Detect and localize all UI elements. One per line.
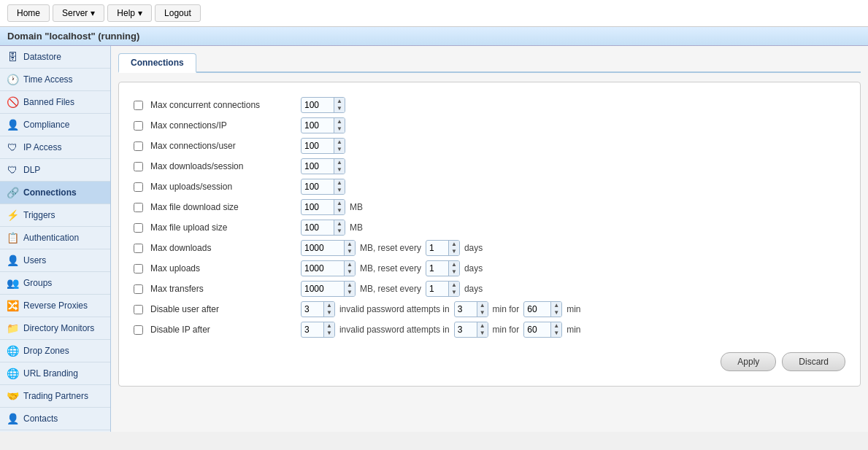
spin-down-min-ip[interactable]: ▼ — [551, 330, 561, 337]
sidebar-item-contacts[interactable]: 👤 Contacts — [0, 408, 110, 430]
spin-down-attempts-ip[interactable]: ▼ — [477, 330, 488, 337]
checkbox-max-downloads[interactable] — [134, 244, 143, 253]
spin-up-disable-user-after[interactable]: ▲ — [324, 302, 334, 309]
input-max-concurrent[interactable] — [302, 98, 334, 112]
spin-down-min-user[interactable]: ▼ — [551, 309, 561, 317]
spinner-max-downloads-session[interactable]: ▲ ▼ — [301, 158, 345, 174]
spin-down-disable-user-after[interactable]: ▼ — [324, 309, 334, 317]
home-button[interactable]: Home — [7, 4, 50, 22]
input-max-downloads[interactable] — [302, 241, 344, 255]
input-max-downloads-session[interactable] — [302, 160, 334, 173]
input-reset-transfers[interactable] — [426, 282, 448, 295]
spin-down-max-downloads-session[interactable]: ▼ — [334, 166, 345, 174]
discard-button[interactable]: Discard — [782, 352, 845, 371]
help-button[interactable]: Help ▾ — [107, 4, 152, 22]
server-button[interactable]: Server ▾ — [53, 4, 104, 22]
checkbox-disable-ip-after[interactable] — [134, 325, 143, 335]
sidebar-item-directory-monitors[interactable]: 📁 Directory Monitors — [0, 317, 110, 340]
spinner-attempts-ip[interactable]: ▲ ▼ — [454, 322, 488, 338]
spin-up-max-conn-user[interactable]: ▲ — [334, 139, 345, 146]
sidebar-item-groups[interactable]: 👥 Groups — [0, 272, 110, 295]
input-max-file-download-size[interactable] — [302, 201, 334, 214]
spinner-max-concurrent[interactable]: ▲ ▼ — [301, 97, 345, 113]
sidebar-item-url-branding[interactable]: 🌐 URL Branding — [0, 362, 110, 385]
spinner-reset-downloads[interactable]: ▲ ▼ — [426, 240, 460, 256]
sidebar-item-time-access[interactable]: 🕐 Time Access — [0, 69, 110, 91]
sidebar-item-trading-partners[interactable]: 🤝 Trading Partners — [0, 385, 110, 408]
spin-down-attempts-user[interactable]: ▼ — [477, 309, 488, 317]
sidebar-item-triggers[interactable]: ⚡ Triggers — [0, 204, 110, 227]
spin-down-max-transfers[interactable]: ▼ — [345, 289, 355, 296]
spin-down-max-downloads[interactable]: ▼ — [345, 248, 355, 255]
spin-up-max-downloads[interactable]: ▲ — [345, 241, 355, 248]
spin-down-disable-ip-after[interactable]: ▼ — [324, 330, 334, 337]
spin-up-attempts-user[interactable]: ▲ — [477, 302, 488, 309]
spin-up-max-downloads-session[interactable]: ▲ — [334, 159, 345, 166]
spinner-max-conn-ip[interactable]: ▲ ▼ — [301, 117, 345, 133]
sidebar-item-datastore[interactable]: 🗄 Datastore — [0, 46, 110, 69]
input-attempts-user[interactable] — [455, 303, 477, 316]
spin-down-max-uploads-session[interactable]: ▼ — [334, 187, 345, 194]
spin-down-reset-transfers[interactable]: ▼ — [449, 289, 459, 296]
tab-connections[interactable]: Connections — [118, 53, 196, 73]
spin-down-reset-uploads[interactable]: ▼ — [449, 268, 459, 276]
spin-up-disable-ip-after[interactable]: ▲ — [324, 322, 334, 330]
sidebar-item-ip-access[interactable]: 🛡 IP Access — [0, 136, 110, 159]
checkbox-max-concurrent[interactable] — [134, 101, 143, 110]
sidebar-item-reverse-proxies[interactable]: 🔀 Reverse Proxies — [0, 295, 110, 317]
checkbox-disable-user-after[interactable] — [134, 305, 143, 314]
spin-down-max-uploads[interactable]: ▼ — [345, 268, 355, 276]
sidebar-item-banned-files[interactable]: 🚫 Banned Files — [0, 91, 110, 114]
spinner-attempts-user[interactable]: ▲ ▼ — [454, 301, 488, 317]
spin-down-max-file-upload-size[interactable]: ▼ — [334, 228, 345, 235]
spin-down-max-conn-ip[interactable]: ▼ — [334, 125, 345, 133]
sidebar-item-authentication[interactable]: 📋 Authentication — [0, 227, 110, 249]
sidebar-item-compliance[interactable]: 👤 Compliance — [0, 114, 110, 136]
spin-up-max-uploads-session[interactable]: ▲ — [334, 179, 345, 187]
input-max-uploads[interactable] — [302, 262, 344, 275]
spinner-disable-user-after[interactable]: ▲ ▼ — [301, 301, 335, 317]
input-max-conn-user[interactable] — [302, 139, 334, 152]
spinner-max-downloads[interactable]: ▲ ▼ — [301, 240, 356, 256]
spinner-min-ip[interactable]: ▲ ▼ — [523, 322, 562, 338]
spinner-max-conn-user[interactable]: ▲ ▼ — [301, 138, 345, 154]
checkbox-max-uploads-session[interactable] — [134, 182, 143, 192]
spin-up-max-concurrent[interactable]: ▲ — [334, 98, 345, 105]
spin-up-max-file-download-size[interactable]: ▲ — [334, 200, 345, 207]
spinner-reset-uploads[interactable]: ▲ ▼ — [426, 260, 460, 276]
checkbox-max-uploads[interactable] — [134, 264, 143, 274]
spin-down-reset-downloads[interactable]: ▼ — [449, 248, 459, 255]
checkbox-max-transfers[interactable] — [134, 284, 143, 294]
spin-down-max-file-download-size[interactable]: ▼ — [334, 207, 345, 214]
spin-up-reset-uploads[interactable]: ▲ — [449, 261, 459, 268]
input-reset-downloads[interactable] — [426, 241, 448, 255]
spin-down-max-concurrent[interactable]: ▼ — [334, 105, 345, 112]
input-attempts-ip[interactable] — [455, 323, 477, 336]
logout-button[interactable]: Logout — [155, 4, 201, 22]
sidebar-item-users[interactable]: 👤 Users — [0, 249, 110, 272]
input-max-transfers[interactable] — [302, 282, 344, 295]
input-reset-uploads[interactable] — [426, 262, 448, 275]
input-min-ip[interactable] — [524, 323, 550, 336]
input-disable-ip-after[interactable] — [302, 323, 323, 336]
spin-up-max-file-upload-size[interactable]: ▲ — [334, 220, 345, 228]
checkbox-max-downloads-session[interactable] — [134, 162, 143, 171]
input-min-user[interactable] — [524, 303, 550, 316]
spinner-max-file-download-size[interactable]: ▲ ▼ — [301, 199, 345, 215]
spinner-max-uploads-session[interactable]: ▲ ▼ — [301, 179, 345, 195]
input-disable-user-after[interactable] — [302, 303, 323, 316]
spin-up-max-uploads[interactable]: ▲ — [345, 261, 355, 268]
spinner-disable-ip-after[interactable]: ▲ ▼ — [301, 322, 335, 338]
spin-up-max-transfers[interactable]: ▲ — [345, 282, 355, 289]
input-max-conn-ip[interactable] — [302, 119, 334, 132]
spin-up-min-user[interactable]: ▲ — [551, 302, 561, 309]
spin-up-min-ip[interactable]: ▲ — [551, 322, 561, 330]
sidebar-item-connections[interactable]: 🔗 Connections — [0, 182, 110, 204]
spin-up-attempts-ip[interactable]: ▲ — [477, 322, 488, 330]
checkbox-max-file-download-size[interactable] — [134, 203, 143, 212]
input-max-file-upload-size[interactable] — [302, 221, 334, 234]
spinner-max-transfers[interactable]: ▲ ▼ — [301, 281, 356, 297]
apply-button[interactable]: Apply — [721, 352, 776, 371]
spin-down-max-conn-user[interactable]: ▼ — [334, 146, 345, 153]
spinner-max-uploads[interactable]: ▲ ▼ — [301, 260, 356, 276]
